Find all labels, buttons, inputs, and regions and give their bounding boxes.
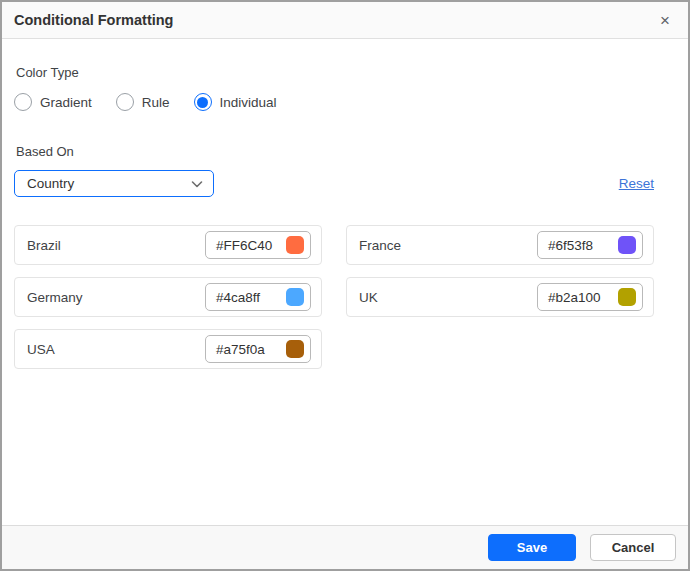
color-hex-value: #FF6C40	[216, 238, 272, 253]
radio-option-rule[interactable]: Rule	[116, 93, 170, 111]
dialog-body: Color Type Gradient Rule Individual Base…	[2, 39, 654, 369]
color-type-radio-group: Gradient Rule Individual	[14, 93, 654, 111]
color-item-card-germany: Germany #4ca8ff	[14, 277, 322, 317]
color-hex-input[interactable]: #FF6C40	[205, 231, 311, 259]
based-on-selected-value: Country	[27, 176, 74, 191]
color-swatch[interactable]	[618, 288, 636, 306]
color-items-grid: Brazil #FF6C40 France #6f53f8 Germany #4…	[14, 225, 654, 369]
color-item-label: France	[359, 238, 401, 253]
color-swatch[interactable]	[286, 236, 304, 254]
color-hex-input[interactable]: #a75f0a	[205, 335, 311, 363]
radio-option-label: Individual	[220, 95, 277, 110]
radio-icon[interactable]	[116, 93, 134, 111]
color-swatch[interactable]	[286, 340, 304, 358]
color-item-card-france: France #6f53f8	[346, 225, 654, 265]
conditional-formatting-dialog: Conditional Formatting × Color Type Grad…	[0, 0, 690, 571]
color-hex-value: #6f53f8	[548, 238, 593, 253]
dialog-header: Conditional Formatting ×	[2, 2, 688, 39]
radio-option-label: Gradient	[40, 95, 92, 110]
close-icon[interactable]: ×	[656, 10, 674, 31]
radio-icon[interactable]	[14, 93, 32, 111]
color-hex-input[interactable]: #6f53f8	[537, 231, 643, 259]
color-item-card-uk: UK #b2a100	[346, 277, 654, 317]
color-item-label: Germany	[27, 290, 83, 305]
color-hex-value: #a75f0a	[216, 342, 265, 357]
dialog-footer: Save Cancel	[2, 525, 688, 569]
based-on-dropdown[interactable]: Country	[14, 170, 214, 197]
dialog-title: Conditional Formatting	[14, 12, 173, 28]
color-hex-input[interactable]: #4ca8ff	[205, 283, 311, 311]
color-item-card-brazil: Brazil #FF6C40	[14, 225, 322, 265]
color-item-label: USA	[27, 342, 55, 357]
cancel-button[interactable]: Cancel	[590, 534, 676, 561]
based-on-row: Country Reset	[14, 170, 654, 197]
radio-option-individual[interactable]: Individual	[194, 93, 277, 111]
based-on-label: Based On	[16, 144, 654, 159]
color-hex-value: #4ca8ff	[216, 290, 260, 305]
color-item-label: UK	[359, 290, 378, 305]
color-item-label: Brazil	[27, 238, 61, 253]
reset-link[interactable]: Reset	[619, 176, 654, 191]
color-type-label: Color Type	[16, 65, 654, 80]
color-swatch[interactable]	[286, 288, 304, 306]
chevron-down-icon[interactable]	[190, 177, 204, 191]
color-hex-input[interactable]: #b2a100	[537, 283, 643, 311]
color-swatch[interactable]	[618, 236, 636, 254]
color-hex-value: #b2a100	[548, 290, 601, 305]
radio-icon[interactable]	[194, 93, 212, 111]
save-button[interactable]: Save	[488, 534, 576, 561]
radio-option-label: Rule	[142, 95, 170, 110]
radio-option-gradient[interactable]: Gradient	[14, 93, 92, 111]
color-item-card-usa: USA #a75f0a	[14, 329, 322, 369]
